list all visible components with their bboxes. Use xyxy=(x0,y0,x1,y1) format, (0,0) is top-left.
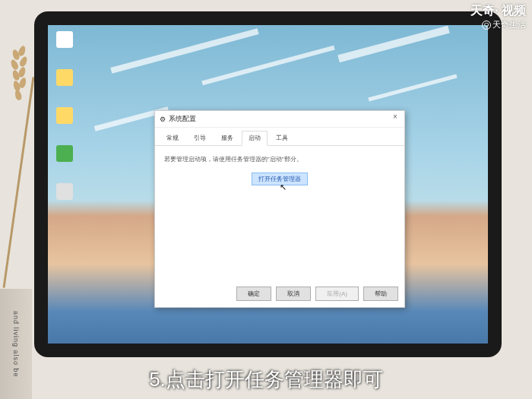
apply-button[interactable]: 应用(A) xyxy=(315,287,359,301)
sky-decoration xyxy=(110,28,258,73)
watermark-sub-text: 天奇生活 xyxy=(492,19,526,30)
tab-boot[interactable]: 引导 xyxy=(187,131,213,145)
cursor-icon: ↖ xyxy=(280,182,287,192)
dialog-button-row: 确定 取消 应用(A) 帮助 xyxy=(236,287,398,301)
dialog-hint-text: 若要管理启动项，请使用任务管理器的"启动"部分。 xyxy=(164,155,395,163)
dialog-body: 若要管理启动项，请使用任务管理器的"启动"部分。 打开任务管理器 ↖ xyxy=(155,146,404,195)
folder-icon xyxy=(56,69,73,86)
close-icon[interactable]: × xyxy=(389,112,401,123)
desktop-icon[interactable] xyxy=(54,69,75,93)
app-icon xyxy=(56,183,73,200)
settings-icon: ⚙ xyxy=(160,116,166,123)
desktop-screen: ⚙ 系统配置 × 常规 引导 服务 启动 工具 若要管理启动项，请使用任务管理器… xyxy=(48,25,488,344)
ok-button[interactable]: 确定 xyxy=(236,287,271,301)
tab-tools[interactable]: 工具 xyxy=(269,131,295,145)
desktop-icon[interactable] xyxy=(54,183,75,207)
wheat-decoration xyxy=(4,46,34,289)
dialog-titlebar[interactable]: ⚙ 系统配置 × xyxy=(155,111,404,128)
tab-startup[interactable]: 启动 xyxy=(242,131,268,146)
dialog-tabs: 常规 引导 服务 启动 工具 xyxy=(155,128,404,146)
tab-general[interactable]: 常规 xyxy=(160,131,185,145)
tab-services[interactable]: 服务 xyxy=(214,131,240,145)
sky-decoration xyxy=(337,26,449,62)
cancel-button[interactable]: 取消 xyxy=(276,287,311,301)
desktop-icon[interactable] xyxy=(54,107,75,131)
dialog-title: 系统配置 xyxy=(169,114,196,124)
laptop-frame: ⚙ 系统配置 × 常规 引导 服务 启动 工具 若要管理启动项，请使用任务管理器… xyxy=(34,11,502,357)
link-label: 打开任务管理器 xyxy=(258,176,301,182)
folder-icon xyxy=(56,107,73,124)
desktop-icons-column xyxy=(54,31,75,207)
watermark-logo-icon: Q xyxy=(482,21,491,30)
file-icon xyxy=(56,31,73,48)
system-config-dialog: ⚙ 系统配置 × 常规 引导 服务 启动 工具 若要管理启动项，请使用任务管理器… xyxy=(154,110,405,308)
help-button[interactable]: 帮助 xyxy=(363,287,398,301)
watermark-sub: Q 天奇生活 xyxy=(482,19,526,30)
wechat-icon xyxy=(56,145,73,162)
open-task-manager-link[interactable]: 打开任务管理器 ↖ xyxy=(252,173,308,185)
sky-decoration xyxy=(201,46,334,85)
sky-decoration xyxy=(368,74,457,102)
desktop-icon[interactable] xyxy=(54,31,75,55)
video-subtitle: 5.点击打开任务管理器即可 xyxy=(0,366,532,393)
desktop-icon[interactable] xyxy=(54,145,75,169)
video-watermark: 天奇· 视频 Q 天奇生活 xyxy=(470,3,526,30)
watermark-main: 天奇· 视频 xyxy=(470,3,526,19)
